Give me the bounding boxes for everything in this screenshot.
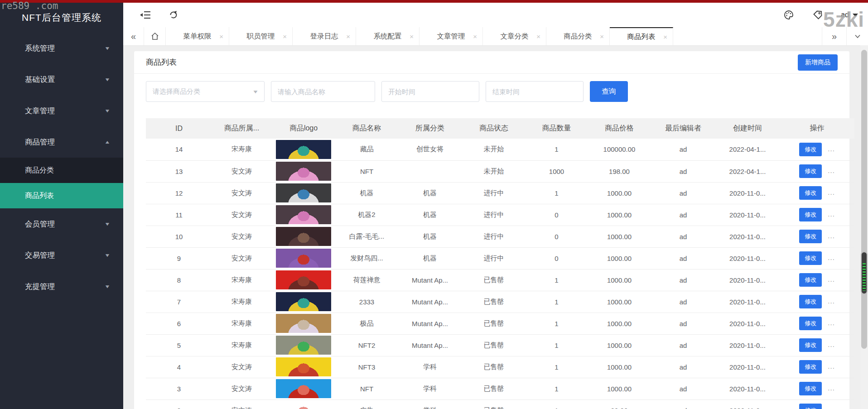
edit-button[interactable]: 修改 — [799, 404, 822, 409]
edit-button[interactable]: 修改 — [799, 164, 822, 178]
tabs-scroll-left-icon[interactable]: « — [123, 27, 144, 45]
more-actions[interactable]: ... — [828, 167, 835, 174]
cell-name: 荷莲禅意 — [336, 269, 398, 291]
cell-name: 藏品 — [336, 139, 398, 160]
edit-button[interactable]: 修改 — [799, 295, 822, 308]
page-scrollbar[interactable] — [860, 45, 868, 409]
cell-status: 已售罄 — [462, 291, 526, 313]
tab[interactable]: 文章管理 × — [420, 27, 483, 45]
home-tab-icon[interactable] — [144, 27, 166, 45]
add-product-button[interactable]: 新增商品 — [798, 54, 838, 71]
tab[interactable]: 职员管理 × — [229, 27, 293, 45]
edit-button[interactable]: 修改 — [799, 338, 822, 352]
tab[interactable]: 商品分类 × — [546, 27, 610, 45]
tab-close-icon[interactable]: × — [219, 33, 223, 40]
cell-owner: 安文涛 — [212, 399, 271, 409]
sidebar-group[interactable]: 商品管理 ▲ — [0, 126, 123, 158]
tab-close-icon[interactable]: × — [283, 33, 287, 40]
end-time-input[interactable] — [486, 81, 583, 102]
scrollbar-thumb[interactable] — [861, 50, 867, 349]
table-row: 11 安文涛 机器2 机器 进行中 0 1000.00 ad 2020-11-0… — [146, 204, 854, 226]
edit-button[interactable]: 修改 — [799, 273, 822, 287]
sidebar-group[interactable]: 基础设置 ▼ — [0, 64, 123, 95]
sidebar-group[interactable]: 会员管理 ▼ — [0, 208, 123, 240]
sidebar-group[interactable]: 系统管理 ▼ — [0, 33, 123, 64]
sidebar-group-label: 交易管理 — [25, 250, 55, 260]
product-list-card: 商品列表 新增商品 请选择商品分类 ▼ 查询 — [134, 51, 849, 409]
cell-owner: 安文涛 — [212, 247, 271, 269]
more-actions[interactable]: ... — [828, 254, 835, 261]
table-row: 5 宋寿康 NFT2 Mutant Ap... 已售罄 1 1000.00 ad… — [146, 334, 854, 356]
more-actions[interactable]: ... — [828, 188, 835, 196]
more-actions[interactable]: ... — [828, 145, 835, 153]
cell-editor: ad — [651, 334, 715, 356]
category-select-placeholder: 请选择商品分类 — [153, 87, 200, 96]
tab[interactable]: 系统配置 × — [356, 27, 420, 45]
tab-close-icon[interactable]: × — [410, 33, 414, 40]
more-actions[interactable]: ... — [828, 406, 835, 409]
sidebar-subitem[interactable]: 商品列表 — [0, 183, 123, 208]
column-header: 所属分类 — [398, 118, 462, 139]
category-select[interactable]: 请选择商品分类 ▼ — [146, 81, 265, 102]
cell-status: 已售罄 — [462, 334, 526, 356]
page-title: 商品列表 — [146, 57, 177, 67]
more-actions[interactable]: ... — [828, 297, 835, 305]
cell-category: Mutant Ap... — [398, 313, 462, 334]
sidebar-group[interactable]: 交易管理 ▼ — [0, 240, 123, 271]
tab-close-icon[interactable]: × — [473, 33, 477, 40]
sidebar-subitem[interactable]: 商品分类 — [0, 158, 123, 183]
table-row: 13 安文涛 NFT 未开始 1000 198.00 ad 2022-04-1.… — [146, 160, 854, 182]
cell-status: 未开始 — [462, 160, 526, 182]
cell-id: 4 — [146, 356, 212, 378]
tab[interactable]: 商品列表 × — [610, 27, 673, 45]
cell-editor: ad — [651, 356, 715, 378]
cell-qty: 1 — [526, 139, 588, 160]
tag-icon[interactable] — [812, 9, 824, 21]
column-header: 商品logo — [271, 118, 336, 139]
edit-button[interactable]: 修改 — [799, 382, 822, 395]
cell-id: 5 — [146, 334, 212, 356]
edit-button[interactable]: 修改 — [799, 186, 822, 200]
theme-palette-icon[interactable] — [783, 9, 795, 21]
sidebar-collapse-icon[interactable] — [140, 9, 151, 21]
more-actions[interactable]: ... — [828, 275, 835, 283]
product-name-input[interactable] — [271, 81, 375, 102]
start-time-input[interactable] — [381, 81, 479, 102]
tab-close-icon[interactable]: × — [536, 33, 540, 40]
tab-close-icon[interactable]: × — [346, 33, 350, 40]
more-actions[interactable]: ... — [828, 384, 835, 392]
cell-owner: 宋寿康 — [212, 291, 271, 313]
more-actions[interactable]: ... — [828, 341, 835, 348]
search-button[interactable]: 查询 — [590, 81, 628, 102]
tab[interactable]: 登录日志 × — [293, 27, 356, 45]
tab[interactable]: 菜单权限 × — [166, 27, 229, 45]
tab-close-icon[interactable]: × — [663, 33, 667, 41]
cell-price: 1000.00 — [588, 378, 651, 399]
sidebar-subitem-label: 商品分类 — [25, 166, 54, 175]
edit-button[interactable]: 修改 — [799, 230, 822, 243]
edit-button[interactable]: 修改 — [799, 317, 822, 330]
column-header: 操作 — [780, 118, 854, 139]
edit-button[interactable]: 修改 — [799, 208, 822, 221]
cell-qty: 1 — [526, 182, 588, 204]
more-actions[interactable]: ... — [828, 362, 835, 370]
edit-button[interactable]: 修改 — [799, 143, 822, 156]
sidebar-group[interactable]: 充提管理 ▼ — [0, 271, 123, 302]
tab[interactable]: 文章分类 × — [483, 27, 546, 45]
topbar: ad — [123, 3, 868, 27]
more-actions[interactable]: ... — [828, 210, 835, 218]
column-header: 商品数量 — [526, 118, 588, 139]
cell-editor: ad — [651, 269, 715, 291]
caret-icon: ▼ — [104, 253, 111, 258]
cell-name: 机器2 — [336, 204, 398, 226]
edit-button[interactable]: 修改 — [799, 360, 822, 374]
more-actions[interactable]: ... — [828, 319, 835, 327]
cell-editor: ad — [651, 160, 715, 182]
edit-button[interactable]: 修改 — [799, 251, 822, 265]
refresh-icon[interactable] — [168, 9, 179, 21]
cell-status: 进行中 — [462, 226, 526, 247]
sidebar-group[interactable]: 文章管理 ▼ — [0, 95, 123, 126]
more-actions[interactable]: ... — [828, 232, 835, 240]
cell-owner: 安文涛 — [212, 160, 271, 182]
tab-close-icon[interactable]: × — [600, 33, 604, 40]
